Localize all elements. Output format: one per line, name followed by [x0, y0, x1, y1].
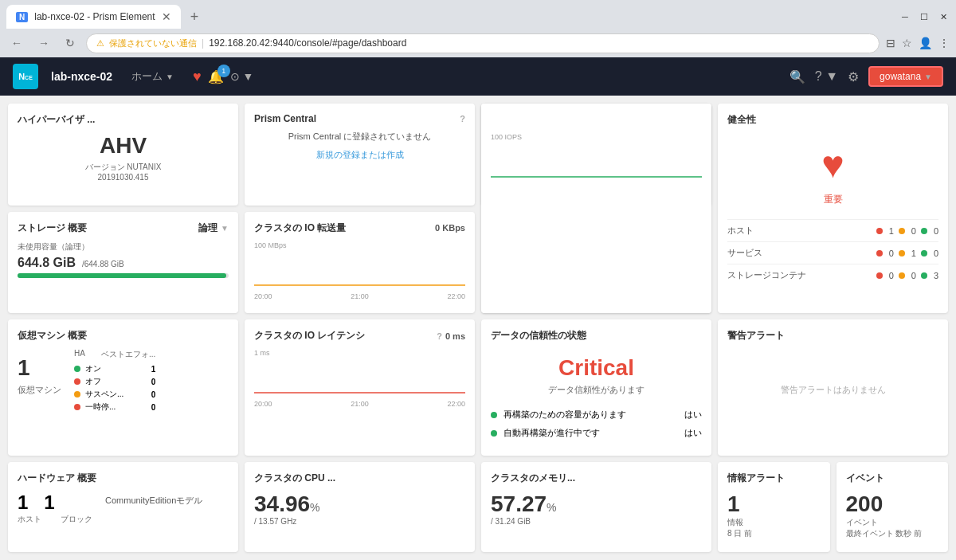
- vm-count-area: 1 仮想マシン: [18, 349, 61, 396]
- memory-value: 57.27: [491, 491, 547, 516]
- vm-stat-off: オフ 0: [74, 376, 155, 387]
- health-heart-symbol: ♥: [821, 143, 844, 186]
- settings-icon[interactable]: ⚙: [848, 69, 859, 84]
- io-latency-card: クラスタの IO レイテンシ ? 0 ms 1 ms 20:00 21:00 2…: [245, 319, 475, 456]
- minimize-button[interactable]: ─: [899, 10, 911, 23]
- new-tab-button[interactable]: +: [184, 6, 206, 29]
- data-reliability-card: データの信頼性の状態 Critical データ信頼性があります 再構築のための容…: [481, 319, 711, 456]
- user-dropdown-arrow: ▼: [924, 72, 932, 81]
- memory-card-title: クラスタのメモリ...: [491, 472, 702, 485]
- tab-close-button[interactable]: ✕: [162, 10, 171, 23]
- home-menu[interactable]: ホーム ▼: [125, 66, 180, 87]
- io-latency-time-1: 20:00: [254, 400, 272, 408]
- status-icon[interactable]: ⊙ ▼: [230, 70, 254, 83]
- health-host-label: ホスト: [727, 225, 754, 237]
- hypervisor-version: 20191030.415: [18, 173, 229, 182]
- cpu-sub: / 13.57 GHz: [254, 517, 465, 526]
- storage-values: 644.8 GiB /644.88 GiB: [18, 256, 229, 270]
- storage-filter[interactable]: 論理 ▼: [198, 221, 229, 235]
- io-transfer-card: クラスタの IO 転送量 0 KBps 100 MBps 20:00 21:00…: [245, 212, 475, 314]
- health-row-host: ホスト 1 0 0: [727, 219, 938, 241]
- health-host-dots: 1 0 0: [876, 226, 938, 236]
- data-reliability-item-1-label: 再構築のための容量があります: [503, 409, 626, 421]
- menu-icon[interactable]: ⋮: [938, 37, 950, 49]
- io-latency-info-icon: ?: [437, 331, 442, 341]
- cast-icon[interactable]: ⊟: [886, 37, 895, 49]
- profile-icon[interactable]: 👤: [919, 37, 932, 49]
- health-card-title: 健全性: [727, 113, 938, 127]
- memory-sub: / 31.24 GiB: [491, 517, 702, 526]
- reload-button[interactable]: ↻: [61, 35, 80, 51]
- tab-bar: N lab-nxce-02 - Prism Element ✕ + ─ ☐ ✕: [0, 0, 956, 29]
- io-transfer-labels: 20:00 21:00 22:00: [254, 292, 465, 300]
- io-latency-chart: 1 ms: [254, 349, 465, 397]
- forward-button[interactable]: →: [33, 35, 54, 51]
- storage-bar: [18, 273, 229, 278]
- health-host-red-dot: [876, 228, 883, 234]
- prism-info-icon: ?: [460, 114, 465, 123]
- app-header: NCE lab-nxce-02 ホーム ▼ ♥ 🔔 1 ⊙ ▼ 🔍 ? ▼ ⚙ …: [0, 57, 956, 96]
- events-count: 200: [846, 491, 939, 517]
- warning-alerts-card-title: 警告アラート: [727, 329, 938, 343]
- security-warning-text: 保護されていない通信: [109, 37, 197, 49]
- info-alerts-card: 情報アラート 1 情報 8 日 前: [718, 462, 830, 553]
- memory-value-area: 57.27%: [491, 491, 702, 517]
- data-reliability-item-2: 自動再構築が進行中です はい: [491, 424, 702, 442]
- health-storage-dots: 0 0 3: [876, 271, 938, 280]
- vm-off-count: 0: [151, 378, 156, 386]
- health-service-yellow-dot: [899, 250, 905, 257]
- prism-central-card-title: Prism Central ?: [254, 113, 465, 124]
- vm-content: 1 仮想マシン HA ベストエフォ... オン 1 オフ 0: [18, 349, 229, 414]
- search-icon[interactable]: 🔍: [789, 69, 805, 84]
- health-host-yellow-count: 0: [911, 226, 916, 236]
- iops-y-label: 100 IOPS: [491, 133, 522, 141]
- vm-on-count: 1: [151, 365, 156, 374]
- health-icon[interactable]: ♥: [193, 69, 202, 85]
- health-storage-red-count: 0: [889, 271, 894, 280]
- health-status-label: 重要: [727, 193, 938, 206]
- notification-group: ♥ 🔔 1 ⊙ ▼: [193, 69, 253, 85]
- maximize-button[interactable]: ☐: [918, 10, 931, 23]
- vm-count: 1: [18, 355, 61, 381]
- url-bar[interactable]: ⚠ 保護されていない通信 | 192.168.20.42:9440/consol…: [86, 33, 880, 53]
- vm-off-label: オフ: [85, 376, 101, 387]
- health-service-dots: 0 1 0: [876, 249, 938, 258]
- health-service-green-dot: [921, 250, 927, 257]
- vm-suspend-label: サスペン...: [85, 389, 123, 400]
- prism-register-link[interactable]: 新規の登録または作成: [254, 149, 465, 161]
- io-transfer-card-title: クラスタの IO 転送量 0 KBps: [254, 221, 465, 235]
- info-events-area: 情報アラート 1 情報 8 日 前 イベント 200 イベント 最終イベント 数…: [718, 462, 948, 553]
- health-row-service: サービス 0 1 0: [727, 241, 938, 264]
- data-reliability-item-1-label-group: 再構築のための容量があります: [491, 409, 626, 421]
- window-controls: ─ ☐ ✕: [899, 10, 950, 23]
- tab-title: lab-nxce-02 - Prism Element: [34, 11, 155, 22]
- user-menu-button[interactable]: gowatana ▼: [868, 66, 943, 87]
- hardware-labels: ホスト ブロック: [18, 514, 92, 525]
- storage-card: ストレージ 概要 論理 ▼ 未使用容量（論理） 644.8 GiB /644.8…: [8, 212, 238, 314]
- hardware-block-count: 1: [44, 491, 54, 514]
- close-button[interactable]: ✕: [937, 10, 950, 23]
- vm-label: 仮想マシン: [18, 384, 61, 396]
- hardware-numbers: 1 1: [18, 491, 92, 514]
- vm-on-label: オン: [85, 363, 101, 374]
- warning-alerts-card: 警告アラート 警告アラートはありません: [718, 319, 948, 456]
- vm-pause-count: 0: [151, 403, 156, 412]
- bookmark-icon[interactable]: ☆: [902, 37, 912, 49]
- vm-stat-suspend: サスペン... 0: [74, 389, 155, 400]
- data-reliability-item-2-label: 自動再構築が進行中です: [503, 427, 600, 439]
- io-transfer-time-1: 20:00: [254, 292, 272, 300]
- health-service-yellow-count: 1: [911, 249, 916, 258]
- health-storage-yellow-dot: [899, 272, 905, 279]
- health-heart-icon: ♥: [727, 143, 938, 186]
- vm-stat-pause: 一時停... 0: [74, 401, 155, 413]
- hardware-host-count: 1: [18, 491, 28, 514]
- browser-tab[interactable]: N lab-nxce-02 - Prism Element ✕: [6, 5, 181, 29]
- io-transfer-y-label: 100 MBps: [254, 241, 287, 249]
- hardware-host-label: ホスト: [18, 514, 41, 525]
- back-button[interactable]: ←: [6, 35, 27, 51]
- data-reliability-item-1-dot: [491, 412, 497, 418]
- notification-bell[interactable]: 🔔 1: [208, 69, 224, 84]
- user-name: gowatana: [880, 71, 921, 82]
- help-icon[interactable]: ? ▼: [815, 69, 838, 84]
- hardware-card-title: ハードウェア 概要: [18, 472, 229, 485]
